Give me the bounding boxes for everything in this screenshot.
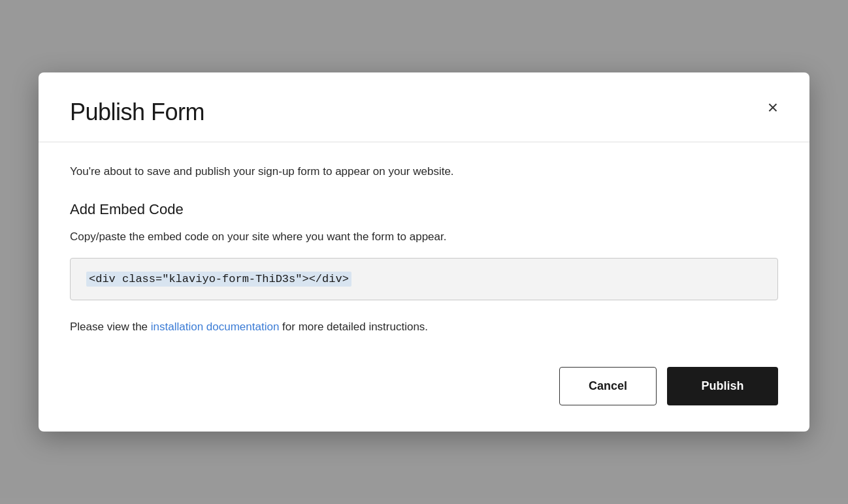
docs-text-before: Please view the: [70, 321, 151, 333]
modal-title: Publish Form: [70, 99, 778, 126]
embed-section-heading: Add Embed Code: [70, 201, 778, 218]
cancel-button[interactable]: Cancel: [559, 367, 657, 405]
close-button[interactable]: ×: [765, 96, 781, 119]
docs-text-after: for more detailed instructions.: [279, 321, 428, 333]
modal-backdrop: Publish Form × You're about to save and …: [0, 0, 848, 504]
publish-button[interactable]: Publish: [667, 367, 778, 405]
modal-header: Publish Form ×: [39, 72, 809, 142]
modal-footer: Cancel Publish: [70, 362, 778, 405]
publish-form-modal: Publish Form × You're about to save and …: [39, 72, 809, 432]
modal-body: You're about to save and publish your si…: [39, 142, 809, 432]
close-icon: ×: [768, 99, 778, 117]
intro-text: You're about to save and publish your si…: [70, 163, 778, 180]
embed-code: <div class="klaviyo-form-ThiD3s"></div>: [86, 272, 351, 287]
docs-paragraph: Please view the installation documentati…: [70, 319, 778, 336]
installation-docs-link[interactable]: installation documentation: [151, 321, 280, 333]
embed-code-box[interactable]: <div class="klaviyo-form-ThiD3s"></div>: [70, 258, 778, 300]
instruction-text: Copy/paste the embed code on your site w…: [70, 228, 778, 245]
